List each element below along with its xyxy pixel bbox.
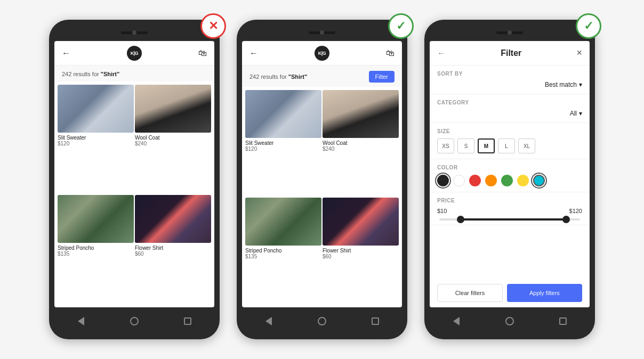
color-green[interactable]: [501, 175, 513, 186]
price-slider-fill: [461, 218, 566, 221]
nav-back-button[interactable]: [263, 316, 274, 327]
list-item: Wool Coat $240: [323, 90, 399, 197]
main-scene: ✕ ← K|G 🛍 242 results for "Shirt": [38, 9, 606, 350]
nav-recent-button[interactable]: [182, 316, 193, 327]
color-red[interactable]: [469, 175, 481, 186]
nav-bar: [430, 311, 590, 332]
nav-back-button[interactable]: [76, 316, 86, 327]
app-header: ← K|G 🛍: [242, 41, 402, 66]
color-cyan[interactable]: [533, 175, 545, 186]
nav-recent-button[interactable]: [370, 316, 381, 327]
back-button[interactable]: ←: [249, 48, 258, 58]
cart-icon[interactable]: 🛍: [198, 48, 207, 58]
product-image: [135, 195, 211, 243]
nav-home-button[interactable]: [317, 316, 327, 327]
size-option-m[interactable]: M: [478, 138, 495, 153]
nav-home-button[interactable]: [129, 316, 140, 327]
size-option-l[interactable]: L: [498, 138, 515, 153]
category-label: CATEGORY: [437, 100, 582, 105]
clear-filters-button[interactable]: Clear filters: [437, 284, 503, 302]
product-price: $60: [323, 254, 399, 259]
category-section: CATEGORY All ▾: [430, 94, 590, 123]
size-option-xs[interactable]: XS: [437, 138, 454, 153]
size-section: SIZE XS S M L XL: [430, 123, 590, 159]
cart-icon[interactable]: 🛍: [386, 48, 395, 58]
product-name: Slit Sweater: [245, 140, 321, 146]
filter-close-button[interactable]: ×: [576, 47, 582, 59]
phone-top-bar: [54, 27, 214, 38]
product-name: Flower Shirt: [135, 245, 211, 251]
results-bar: 242 results for "Shirt" Filter: [242, 66, 402, 87]
product-price: $135: [58, 251, 134, 257]
phone-screen-bad: ← K|G 🛍 242 results for "Shirt" Slit Swe…: [54, 41, 214, 307]
product-image: [245, 198, 321, 246]
filter-back-button[interactable]: ←: [437, 48, 446, 58]
filter-actions: Clear filters Apply filters: [430, 279, 590, 307]
phone-bad: ← K|G 🛍 242 results for "Shirt" Slit Swe…: [49, 20, 220, 339]
price-thumb-right[interactable]: [562, 216, 570, 223]
product-price: $240: [323, 146, 399, 152]
apply-filters-button[interactable]: Apply filters: [507, 284, 582, 302]
camera: [132, 30, 136, 35]
color-yellow[interactable]: [517, 175, 529, 186]
price-range-labels: $10 $120: [437, 208, 582, 214]
product-name: Wool Coat: [135, 135, 211, 141]
product-image: [323, 198, 399, 246]
color-black[interactable]: [437, 175, 449, 186]
sort-by-section: SORT BY Best match ▾: [430, 66, 590, 94]
product-image: [245, 90, 321, 138]
back-button[interactable]: ←: [62, 48, 70, 58]
good-badge: ✓: [388, 13, 414, 39]
price-section: PRICE $10 $120: [430, 192, 590, 225]
list-item: Slit Sweater $120: [58, 85, 134, 194]
price-slider[interactable]: [439, 218, 580, 221]
product-name: Striped Poncho: [245, 248, 321, 254]
results-text: 242 results for "Shirt": [62, 71, 119, 77]
logo: K|G: [127, 46, 142, 61]
size-options: XS S M L XL: [437, 138, 582, 153]
list-item: Slit Sweater $120: [245, 90, 321, 197]
price-thumb-left[interactable]: [457, 216, 464, 223]
logo: K|G: [315, 46, 329, 61]
filter-title: Filter: [501, 48, 521, 58]
category-dropdown[interactable]: All ▾: [437, 110, 582, 117]
phone-good-wrapper: ✓ ← K|G 🛍 242 results for "Shirt" Filter: [237, 20, 407, 339]
product-price: $240: [135, 141, 211, 146]
sort-by-label: SORT BY: [437, 71, 582, 77]
color-white[interactable]: [453, 175, 465, 186]
price-label: PRICE: [437, 198, 582, 203]
list-item: Flower Shirt $60: [135, 195, 211, 304]
product-name: Slit Sweater: [58, 135, 134, 141]
color-orange[interactable]: [485, 175, 497, 186]
list-item: Striped Poncho $135: [58, 195, 134, 304]
filter-header: ← Filter ×: [430, 41, 590, 66]
size-label: SIZE: [437, 128, 582, 134]
product-image: [135, 85, 211, 133]
price-max: $120: [569, 208, 582, 214]
phone-bad-wrapper: ✕ ← K|G 🛍 242 results for "Shirt": [49, 20, 220, 339]
list-item: Striped Poncho $135: [245, 198, 321, 304]
size-option-s[interactable]: S: [457, 138, 474, 153]
phone-screen-good: ← K|G 🛍 242 results for "Shirt" Filter S…: [242, 41, 402, 307]
phone-good: ← K|G 🛍 242 results for "Shirt" Filter S…: [237, 20, 407, 339]
size-option-xl[interactable]: XL: [518, 138, 535, 153]
filter-panel: ← Filter × SORT BY Best match ▾: [430, 41, 590, 307]
product-grid: Slit Sweater $120 Wool Coat $240 Striped…: [242, 87, 402, 307]
nav-bar: [242, 311, 402, 332]
product-name: Striped Poncho: [58, 245, 134, 251]
list-item: Wool Coat $240: [135, 85, 211, 194]
sort-dropdown[interactable]: Best match ▾: [437, 81, 582, 88]
product-image: [323, 90, 399, 138]
nav-home-button[interactable]: [504, 316, 515, 327]
results-bar: 242 results for "Shirt": [54, 66, 214, 81]
price-min: $10: [437, 208, 447, 214]
product-image: [58, 195, 134, 243]
product-price: $120: [245, 146, 321, 152]
product-price: $135: [245, 254, 321, 259]
nav-back-button[interactable]: [451, 316, 462, 327]
color-options: [437, 175, 582, 186]
product-name: Flower Shirt: [323, 248, 399, 254]
product-grid: Slit Sweater $120 Wool Coat $240 Striped…: [54, 81, 214, 307]
nav-recent-button[interactable]: [558, 316, 568, 327]
filter-button[interactable]: Filter: [369, 71, 395, 83]
